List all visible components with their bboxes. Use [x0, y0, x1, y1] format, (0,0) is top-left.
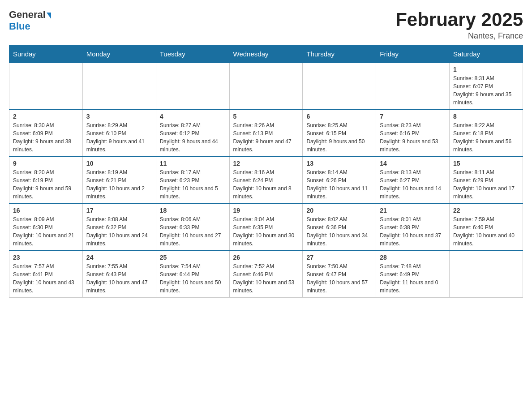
calendar-cell: 23Sunrise: 7:57 AMSunset: 6:41 PMDayligh… [9, 251, 83, 298]
day-number: 26 [233, 254, 299, 261]
day-number: 2 [13, 113, 79, 120]
calendar-cell: 27Sunrise: 7:50 AMSunset: 6:47 PMDayligh… [303, 251, 376, 298]
calendar-cell [229, 63, 303, 110]
day-info: Sunrise: 8:13 AMSunset: 6:27 PMDaylight:… [380, 168, 446, 201]
header-tuesday: Tuesday [156, 46, 229, 63]
day-number: 22 [453, 207, 519, 214]
day-info: Sunrise: 8:08 AMSunset: 6:32 PMDaylight:… [86, 215, 152, 248]
week-row-2: 2Sunrise: 8:30 AMSunset: 6:09 PMDaylight… [9, 110, 523, 157]
calendar-cell: 24Sunrise: 7:55 AMSunset: 6:43 PMDayligh… [82, 251, 156, 298]
day-number: 7 [380, 113, 446, 120]
calendar-header-row: Sunday Monday Tuesday Wednesday Thursday… [9, 46, 523, 63]
calendar-cell: 3Sunrise: 8:29 AMSunset: 6:10 PMDaylight… [82, 110, 156, 157]
day-number: 24 [86, 254, 152, 261]
calendar-cell: 19Sunrise: 8:04 AMSunset: 6:35 PMDayligh… [229, 204, 303, 251]
header-wednesday: Wednesday [229, 46, 303, 63]
calendar-cell: 21Sunrise: 8:01 AMSunset: 6:38 PMDayligh… [376, 204, 450, 251]
calendar-cell: 22Sunrise: 7:59 AMSunset: 6:40 PMDayligh… [450, 204, 523, 251]
day-number: 23 [13, 254, 79, 261]
day-number: 15 [453, 160, 519, 167]
day-info: Sunrise: 8:11 AMSunset: 6:29 PMDaylight:… [453, 168, 519, 201]
day-info: Sunrise: 8:16 AMSunset: 6:24 PMDaylight:… [233, 168, 299, 201]
calendar-cell: 25Sunrise: 7:54 AMSunset: 6:44 PMDayligh… [156, 251, 229, 298]
day-number: 17 [86, 207, 152, 214]
day-number: 11 [160, 160, 226, 167]
day-number: 19 [233, 207, 299, 214]
day-number: 4 [160, 113, 226, 120]
day-number: 21 [380, 207, 446, 214]
calendar-cell [9, 63, 83, 110]
day-number: 8 [453, 113, 519, 120]
day-info: Sunrise: 7:48 AMSunset: 6:49 PMDaylight:… [380, 262, 446, 295]
day-number: 6 [306, 113, 372, 120]
day-info: Sunrise: 8:20 AMSunset: 6:19 PMDaylight:… [13, 168, 79, 201]
calendar-cell [303, 63, 376, 110]
day-info: Sunrise: 7:54 AMSunset: 6:44 PMDaylight:… [160, 262, 226, 295]
calendar-cell: 13Sunrise: 8:14 AMSunset: 6:26 PMDayligh… [303, 157, 376, 204]
calendar-cell: 16Sunrise: 8:09 AMSunset: 6:30 PMDayligh… [9, 204, 83, 251]
calendar-cell: 14Sunrise: 8:13 AMSunset: 6:27 PMDayligh… [376, 157, 450, 204]
day-number: 10 [86, 160, 152, 167]
page-header: General Blue February 2025 Nantes, Franc… [9, 9, 523, 41]
day-info: Sunrise: 8:31 AMSunset: 6:07 PMDaylight:… [453, 74, 519, 107]
day-info: Sunrise: 8:27 AMSunset: 6:12 PMDaylight:… [160, 121, 226, 154]
calendar-cell: 20Sunrise: 8:02 AMSunset: 6:36 PMDayligh… [303, 204, 376, 251]
logo-arrow-icon [47, 13, 51, 19]
day-info: Sunrise: 8:06 AMSunset: 6:33 PMDaylight:… [160, 215, 226, 248]
header-friday: Friday [376, 46, 450, 63]
header-sunday: Sunday [9, 46, 83, 63]
header-saturday: Saturday [450, 46, 523, 63]
day-info: Sunrise: 7:57 AMSunset: 6:41 PMDaylight:… [13, 262, 79, 295]
calendar-cell: 12Sunrise: 8:16 AMSunset: 6:24 PMDayligh… [229, 157, 303, 204]
day-number: 16 [13, 207, 79, 214]
calendar-cell: 1Sunrise: 8:31 AMSunset: 6:07 PMDaylight… [450, 63, 523, 110]
week-row-1: 1Sunrise: 8:31 AMSunset: 6:07 PMDaylight… [9, 63, 523, 110]
calendar-table: Sunday Monday Tuesday Wednesday Thursday… [9, 45, 523, 298]
day-info: Sunrise: 8:04 AMSunset: 6:35 PMDaylight:… [233, 215, 299, 248]
calendar-cell: 9Sunrise: 8:20 AMSunset: 6:19 PMDaylight… [9, 157, 83, 204]
day-info: Sunrise: 8:25 AMSunset: 6:15 PMDaylight:… [306, 121, 372, 154]
day-info: Sunrise: 8:02 AMSunset: 6:36 PMDaylight:… [306, 215, 372, 248]
day-info: Sunrise: 7:52 AMSunset: 6:46 PMDaylight:… [233, 262, 299, 295]
day-number: 28 [380, 254, 446, 261]
day-number: 25 [160, 254, 226, 261]
logo: General Blue [9, 9, 51, 32]
day-info: Sunrise: 8:09 AMSunset: 6:30 PMDaylight:… [13, 215, 79, 248]
header-thursday: Thursday [303, 46, 376, 63]
day-info: Sunrise: 8:19 AMSunset: 6:21 PMDaylight:… [86, 168, 152, 201]
calendar-cell: 15Sunrise: 8:11 AMSunset: 6:29 PMDayligh… [450, 157, 523, 204]
day-info: Sunrise: 8:23 AMSunset: 6:16 PMDaylight:… [380, 121, 446, 154]
calendar-cell [156, 63, 229, 110]
week-row-4: 16Sunrise: 8:09 AMSunset: 6:30 PMDayligh… [9, 204, 523, 251]
day-info: Sunrise: 8:29 AMSunset: 6:10 PMDaylight:… [86, 121, 152, 154]
title-section: February 2025 Nantes, France [395, 9, 523, 41]
day-info: Sunrise: 7:59 AMSunset: 6:40 PMDaylight:… [453, 215, 519, 248]
calendar-cell: 2Sunrise: 8:30 AMSunset: 6:09 PMDaylight… [9, 110, 83, 157]
day-info: Sunrise: 7:50 AMSunset: 6:47 PMDaylight:… [306, 262, 372, 295]
calendar-cell [450, 251, 523, 298]
calendar-cell: 11Sunrise: 8:17 AMSunset: 6:23 PMDayligh… [156, 157, 229, 204]
week-row-5: 23Sunrise: 7:57 AMSunset: 6:41 PMDayligh… [9, 251, 523, 298]
day-info: Sunrise: 7:55 AMSunset: 6:43 PMDaylight:… [86, 262, 152, 295]
calendar-cell [376, 63, 450, 110]
day-number: 20 [306, 207, 372, 214]
header-monday: Monday [82, 46, 156, 63]
day-number: 5 [233, 113, 299, 120]
day-info: Sunrise: 8:26 AMSunset: 6:13 PMDaylight:… [233, 121, 299, 154]
calendar-cell: 4Sunrise: 8:27 AMSunset: 6:12 PMDaylight… [156, 110, 229, 157]
calendar-cell: 28Sunrise: 7:48 AMSunset: 6:49 PMDayligh… [376, 251, 450, 298]
calendar-cell: 10Sunrise: 8:19 AMSunset: 6:21 PMDayligh… [82, 157, 156, 204]
calendar-cell: 5Sunrise: 8:26 AMSunset: 6:13 PMDaylight… [229, 110, 303, 157]
calendar-cell: 8Sunrise: 8:22 AMSunset: 6:18 PMDaylight… [450, 110, 523, 157]
calendar-cell: 17Sunrise: 8:08 AMSunset: 6:32 PMDayligh… [82, 204, 156, 251]
calendar-cell: 26Sunrise: 7:52 AMSunset: 6:46 PMDayligh… [229, 251, 303, 298]
day-number: 13 [306, 160, 372, 167]
day-number: 14 [380, 160, 446, 167]
logo-general-text: General [9, 9, 46, 21]
calendar-cell: 18Sunrise: 8:06 AMSunset: 6:33 PMDayligh… [156, 204, 229, 251]
day-number: 1 [453, 66, 519, 73]
logo-blue-text: Blue [9, 21, 30, 32]
month-title: February 2025 [395, 9, 523, 30]
location: Nantes, France [395, 31, 523, 41]
day-number: 9 [13, 160, 79, 167]
